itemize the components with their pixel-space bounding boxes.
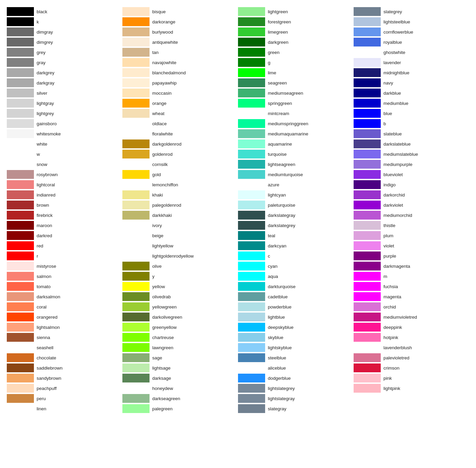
color-name-label: navajowhite — [152, 60, 176, 65]
color-swatch — [7, 99, 34, 108]
color-name-label: darkgreen — [268, 40, 289, 45]
color-swatch — [238, 211, 265, 220]
color-swatch — [122, 78, 150, 87]
color-item: snow — [7, 160, 122, 169]
color-item: lightgray — [7, 98, 122, 108]
color-swatch — [238, 333, 265, 342]
color-column-1: blackkdimgraydimgreygreygraydarkgreydark… — [7, 7, 122, 414]
color-swatch — [238, 313, 265, 321]
color-item: deepskyblue — [238, 322, 354, 332]
color-item: linen — [7, 404, 122, 413]
color-name-label: orangered — [37, 315, 58, 320]
color-name-label: dimgray — [37, 30, 53, 35]
color-item: white — [7, 139, 122, 149]
color-item: darkblue — [354, 88, 469, 98]
color-name-label: grey — [37, 50, 45, 55]
color-name-label: ivory — [152, 223, 162, 228]
color-name-label: darkmagenta — [383, 264, 410, 269]
color-swatch — [238, 129, 265, 138]
color-name-label: darkred — [37, 233, 52, 238]
color-swatch — [238, 282, 265, 291]
color-swatch — [238, 99, 265, 108]
color-item: lemonchiffon — [122, 180, 238, 189]
color-swatch — [354, 211, 381, 220]
color-swatch — [354, 262, 381, 270]
color-item: red — [7, 241, 122, 250]
color-item: darkorange — [122, 17, 238, 26]
color-item: darkviolet — [354, 200, 469, 210]
color-item: slategrey — [354, 7, 469, 16]
color-name-label: lightgreen — [268, 9, 288, 14]
color-name-label: red — [37, 243, 43, 248]
color-swatch — [354, 323, 381, 332]
color-item: turquoise — [238, 149, 354, 159]
color-swatch — [122, 109, 150, 118]
color-item: antiquewhite — [122, 37, 238, 47]
color-swatch — [354, 231, 381, 240]
color-item: thistle — [354, 221, 469, 230]
color-item: grey — [7, 48, 122, 57]
color-swatch — [122, 343, 150, 352]
color-name-label: dodgerblue — [268, 376, 291, 381]
color-name-label: seashell — [37, 345, 54, 350]
color-swatch — [122, 170, 150, 179]
color-item: indigo — [354, 180, 469, 189]
color-item: lightblue — [238, 312, 354, 322]
color-name-label: mediumpurple — [383, 162, 413, 167]
color-item: deeppink — [354, 322, 469, 332]
color-name-label: deepskyblue — [268, 325, 294, 330]
color-swatch — [7, 78, 34, 87]
color-item: greenyellow — [122, 322, 238, 332]
color-name-label: darkorange — [152, 19, 175, 24]
color-swatch — [238, 48, 265, 57]
color-item: g — [238, 58, 354, 67]
color-swatch — [238, 139, 265, 148]
color-name-label: slategrey — [383, 9, 402, 14]
color-name-label: gray — [37, 60, 45, 65]
color-name-label: floralwhite — [152, 131, 173, 136]
color-name-label: silver — [37, 91, 47, 96]
color-item: ghostwhite — [354, 48, 469, 57]
color-swatch — [7, 323, 34, 332]
color-name-label: turquoise — [268, 152, 287, 157]
color-name-label: whitesmoke — [37, 131, 61, 136]
color-name-label: indigo — [383, 182, 396, 187]
color-name-label: darkseagreen — [152, 396, 180, 401]
color-item: lightsteelblue — [354, 17, 469, 26]
color-name-label: mediumslateblue — [383, 152, 418, 157]
color-swatch — [7, 7, 34, 16]
color-item: lime — [238, 68, 354, 77]
color-name-label: white — [37, 142, 47, 147]
color-swatch — [354, 38, 381, 46]
color-item: m — [354, 272, 469, 281]
color-item: azure — [238, 180, 354, 189]
color-item: cornsilk — [122, 160, 238, 169]
color-name-label: lightskyblue — [268, 345, 292, 350]
color-swatch — [7, 180, 34, 189]
color-swatch — [7, 292, 34, 301]
color-item: blanchedalmond — [122, 68, 238, 77]
color-name-label: oldlace — [152, 121, 167, 126]
color-swatch — [354, 119, 381, 128]
color-item: indianred — [7, 190, 122, 200]
color-name-label: mediumblue — [383, 101, 409, 106]
color-item: darkslategrey — [238, 221, 354, 230]
color-item: lightsage — [122, 363, 238, 373]
color-swatch — [122, 17, 150, 26]
color-name-label: tan — [152, 50, 159, 55]
color-item: saddlebrown — [7, 363, 122, 373]
color-swatch — [238, 343, 265, 352]
color-name-label: mistyrose — [37, 264, 56, 269]
color-name-label: m — [383, 274, 387, 279]
color-swatch — [354, 282, 381, 291]
color-name-label: moccasin — [152, 91, 172, 96]
color-item: mintcream — [238, 109, 354, 118]
color-name-label: plum — [383, 233, 393, 238]
color-swatch — [238, 58, 265, 67]
color-swatch — [238, 7, 265, 16]
color-swatch — [238, 201, 265, 209]
color-item: cyan — [238, 261, 354, 271]
color-name-label: sage — [152, 355, 162, 360]
color-item: mediumspringgreen — [238, 119, 354, 128]
color-item: darkgray — [7, 78, 122, 88]
